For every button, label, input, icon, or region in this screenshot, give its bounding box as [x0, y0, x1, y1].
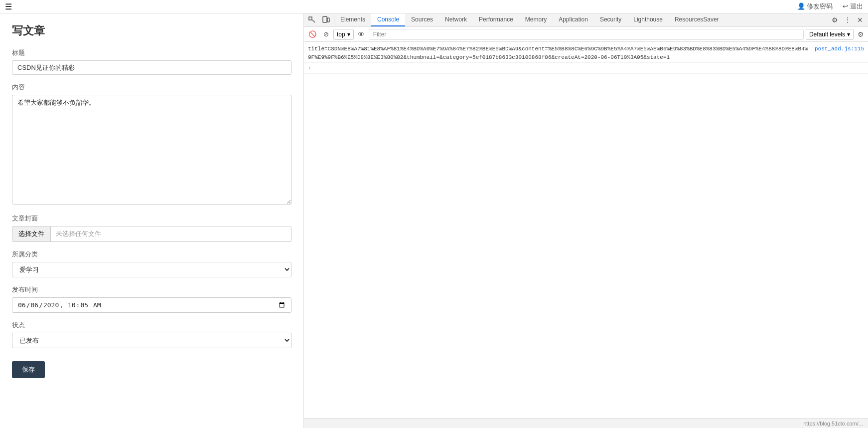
page-title: 写文章 — [12, 23, 291, 38]
console-log-link[interactable]: post_add.js:115 — [815, 45, 864, 53]
thumbnail-field-group: 文章封面 选择文件 未选择任何文件 — [12, 214, 291, 242]
context-arrow: ▾ — [347, 31, 350, 38]
devtools-tabs: Elements Console Sources Network Perform… — [334, 13, 827, 26]
tab-memory[interactable]: Memory — [519, 13, 553, 26]
category-field-group: 所属分类 爱学习 — [12, 250, 291, 277]
settings-button[interactable]: ⚙ — [830, 15, 840, 25]
status-label: 状态 — [12, 321, 291, 330]
logout-icon: ↩ — [843, 2, 850, 10]
title-label: 标题 — [12, 48, 291, 57]
console-output: title=CSDN%E8%A7%81%E8%AF%81%E4%BD%A0%E7… — [304, 42, 868, 418]
content-textarea[interactable]: 希望大家都能够不负韶华。 — [12, 95, 291, 205]
article-editor-panel: 写文章 标题 内容 希望大家都能够不负韶华。 文章封面 选择文件 未选择任何文件… — [0, 13, 304, 428]
file-input-row: 选择文件 未选择任何文件 — [12, 226, 291, 242]
category-select[interactable]: 爱学习 — [12, 262, 291, 277]
level-arrow: ▾ — [847, 31, 850, 38]
tab-resourcessaver[interactable]: ResourcesSaver — [669, 13, 725, 26]
date-input[interactable] — [12, 297, 291, 313]
svg-rect-3 — [327, 18, 329, 22]
file-no-select-label: 未选择任何文件 — [51, 226, 106, 241]
more-options-button[interactable]: ⋮ — [842, 15, 853, 25]
status-bar: https://blog.51cto.com/... — [304, 418, 868, 428]
main-layout: 写文章 标题 内容 希望大家都能够不负韶华。 文章封面 选择文件 未选择任何文件… — [0, 13, 868, 428]
close-devtools-button[interactable]: ✕ — [855, 15, 865, 25]
inspect-element-button[interactable] — [306, 15, 318, 25]
svg-line-1 — [312, 20, 315, 22]
tab-security[interactable]: Security — [594, 13, 627, 26]
tab-lighthouse[interactable]: Lighthouse — [627, 13, 669, 26]
devtools-toolbar: Elements Console Sources Network Perform… — [304, 13, 868, 27]
console-chevron[interactable]: › — [308, 64, 314, 72]
tab-sources[interactable]: Sources — [405, 13, 439, 26]
devtools-settings-icons: ⚙ ⋮ ✕ — [827, 15, 868, 25]
tab-elements[interactable]: Elements — [334, 13, 371, 26]
toggle-device-button[interactable] — [320, 15, 332, 25]
level-selector[interactable]: Default levels ▾ — [806, 29, 854, 40]
level-label: Default levels — [809, 31, 845, 38]
date-label: 发布时间 — [12, 285, 291, 294]
title-field-group: 标题 — [12, 48, 291, 75]
user-icon: 👤 — [797, 2, 807, 10]
devtools-inspect-icons — [304, 15, 334, 25]
tab-network[interactable]: Network — [439, 13, 473, 26]
console-toolbar: 🚫 ⊘ top ▾ 👁 Default levels ▾ ⚙ — [304, 27, 868, 42]
save-button[interactable]: 保存 — [12, 361, 45, 378]
change-password-link[interactable]: 👤 修改密码 — [797, 2, 833, 11]
status-url: https://blog.51cto.com/... — [803, 421, 863, 427]
status-field-group: 状态 已发布草稿 — [12, 321, 291, 348]
status-select[interactable]: 已发布草稿 — [12, 333, 291, 348]
thumbnail-label: 文章封面 — [12, 214, 291, 223]
nav-links: 👤 修改密码 ↩ 退出 — [797, 2, 863, 11]
logout-link[interactable]: ↩ 退出 — [843, 2, 863, 11]
date-field-group: 发布时间 — [12, 285, 291, 313]
svg-rect-2 — [323, 16, 327, 22]
tab-application[interactable]: Application — [553, 13, 594, 26]
content-label: 内容 — [12, 83, 291, 92]
tab-performance[interactable]: Performance — [473, 13, 519, 26]
top-nav: ☰ 👤 修改密码 ↩ 退出 — [0, 0, 868, 13]
filter-button[interactable]: ⊘ — [321, 29, 331, 39]
context-selector[interactable]: top ▾ — [333, 29, 354, 40]
hamburger-menu[interactable]: ☰ — [5, 2, 12, 11]
clear-console-button[interactable]: 🚫 — [306, 29, 319, 39]
console-log-text: title=CSDN%E8%A7%81%E8%AF%81%E4%BD%A0%E7… — [308, 45, 811, 61]
filter-input[interactable] — [369, 29, 804, 40]
title-input[interactable] — [12, 60, 291, 75]
context-label: top — [337, 31, 345, 38]
console-settings-button[interactable]: ⚙ — [856, 30, 866, 39]
tab-console[interactable]: Console — [371, 13, 405, 26]
console-log-line: title=CSDN%E8%A7%81%E8%AF%81%E4%BD%A0%E7… — [304, 44, 868, 63]
console-chevron-line: › — [304, 63, 868, 74]
devtools-panel: Elements Console Sources Network Perform… — [304, 13, 868, 428]
category-label: 所属分类 — [12, 250, 291, 259]
svg-rect-0 — [309, 17, 312, 20]
eye-button[interactable]: 👁 — [356, 30, 367, 39]
choose-file-button[interactable]: 选择文件 — [12, 226, 51, 241]
content-field-group: 内容 希望大家都能够不负韶华。 — [12, 83, 291, 206]
